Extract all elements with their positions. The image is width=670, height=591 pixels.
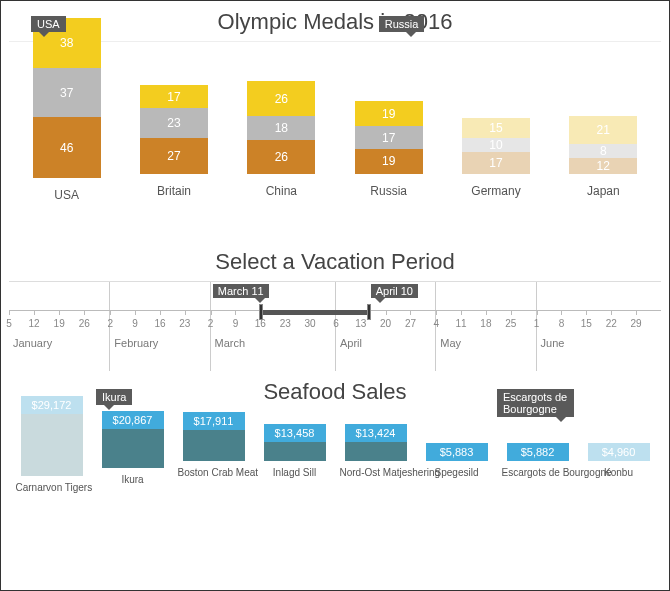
medal-segment-bronze: 17 bbox=[462, 152, 530, 174]
day-tick-label: 23 bbox=[280, 318, 291, 329]
seafood-category-label: Escargots de Bourgogne bbox=[502, 467, 574, 493]
medal-category-label: Japan bbox=[587, 184, 620, 202]
medals-title: Olympic Medals in 2016 bbox=[1, 9, 669, 35]
seafood-bar-body bbox=[21, 414, 83, 476]
day-tick-label: 2 bbox=[208, 318, 214, 329]
month-block: February291623 bbox=[109, 282, 209, 371]
day-tick-label: 18 bbox=[480, 318, 491, 329]
medal-column[interactable]: 191719RussiaRussia bbox=[335, 42, 442, 202]
seafood-bar-value: $13,458 bbox=[264, 424, 326, 442]
medal-segment-silver: 17 bbox=[355, 126, 423, 148]
month-label: May bbox=[440, 337, 461, 349]
day-tick-label: 20 bbox=[380, 318, 391, 329]
month-block: June18152229 bbox=[536, 282, 661, 371]
medal-column[interactable]: 261826China bbox=[228, 42, 335, 202]
medal-column[interactable]: 463738USAUSA bbox=[13, 42, 120, 202]
day-tick-label: 30 bbox=[305, 318, 316, 329]
medal-segment-gold: 17 bbox=[140, 85, 208, 107]
seafood-category-label: Inlagd Sill bbox=[259, 467, 331, 493]
medal-segment-silver: 18 bbox=[247, 116, 315, 140]
day-tick-label: 9 bbox=[132, 318, 138, 329]
medal-category-label: Germany bbox=[471, 184, 520, 202]
medal-tooltip: Russia bbox=[379, 16, 425, 32]
medal-segment-bronze: 12 bbox=[569, 158, 637, 174]
seafood-category-label: Carnarvon Tigers bbox=[16, 482, 88, 493]
month-label: February bbox=[114, 337, 158, 349]
day-tick-label: 22 bbox=[606, 318, 617, 329]
range-end-label: April 10 bbox=[371, 284, 418, 298]
medal-column[interactable]: 12821Japan bbox=[550, 42, 657, 202]
seafood-column[interactable]: $4,960Konbu bbox=[578, 411, 659, 493]
medal-column[interactable]: 171015Germany bbox=[442, 42, 549, 202]
seafood-bar-value: $17,911 bbox=[183, 412, 245, 430]
day-tick-label: 26 bbox=[79, 318, 90, 329]
medal-category-label: Britain bbox=[157, 184, 191, 202]
month-label: March bbox=[215, 337, 246, 349]
day-tick-label: 2 bbox=[108, 318, 114, 329]
day-tick-label: 8 bbox=[559, 318, 565, 329]
seafood-column[interactable]: $29,172Carnarvon Tigers bbox=[11, 411, 92, 493]
seafood-category-label: Spegesild bbox=[421, 467, 493, 493]
range-handle-end[interactable] bbox=[367, 304, 371, 320]
medal-segment-bronze: 46 bbox=[33, 117, 101, 178]
vacation-title: Select a Vacation Period bbox=[1, 249, 669, 275]
seafood-chart[interactable]: $29,172Carnarvon Tigers$20,867IkuraIkura… bbox=[9, 411, 661, 493]
month-label: June bbox=[541, 337, 565, 349]
month-label: April bbox=[340, 337, 362, 349]
medal-segment-silver: 37 bbox=[33, 68, 101, 117]
medal-segment-gold: 21 bbox=[569, 116, 637, 144]
day-tick-label: 12 bbox=[29, 318, 40, 329]
day-tick-label: 5 bbox=[6, 318, 12, 329]
medal-segment-gold: 15 bbox=[462, 118, 530, 138]
seafood-bar-value: $29,172 bbox=[21, 396, 83, 414]
seafood-bar-body bbox=[345, 442, 407, 461]
day-tick-label: 11 bbox=[456, 318, 467, 329]
day-tick-label: 9 bbox=[233, 318, 239, 329]
day-tick-label: 16 bbox=[154, 318, 165, 329]
seafood-column[interactable]: $5,883Spegesild bbox=[416, 411, 497, 493]
seafood-category-label: Boston Crab Meat bbox=[178, 467, 250, 493]
seafood-bar-value: $4,960 bbox=[588, 443, 650, 461]
medal-tooltip: USA bbox=[31, 16, 66, 32]
medal-segment-silver: 10 bbox=[462, 138, 530, 152]
seafood-category-label: Nord-Ost Matjeshering bbox=[340, 467, 412, 493]
seafood-category-label: Konbu bbox=[583, 467, 655, 493]
day-tick-label: 13 bbox=[355, 318, 366, 329]
seafood-bar-body bbox=[264, 442, 326, 461]
range-start-label: March 11 bbox=[213, 284, 269, 298]
day-tick-label: 6 bbox=[333, 318, 339, 329]
range-handle-start[interactable] bbox=[259, 304, 263, 320]
medal-category-label: USA bbox=[54, 188, 79, 202]
seafood-tooltip: Escargots de Bourgogne bbox=[497, 389, 574, 417]
seafood-column[interactable]: $13,458Inlagd Sill bbox=[254, 411, 335, 493]
seafood-bar-body bbox=[183, 430, 245, 461]
day-tick-label: 15 bbox=[581, 318, 592, 329]
medal-segment-gold: 19 bbox=[355, 101, 423, 126]
vacation-range-selector[interactable]: January5121926February291623March2916233… bbox=[9, 281, 661, 371]
day-tick-label: 1 bbox=[534, 318, 540, 329]
medals-chart[interactable]: 463738USAUSA272317Britain261826China1917… bbox=[9, 41, 661, 241]
month-block: May4111825 bbox=[435, 282, 535, 371]
medal-column[interactable]: 272317Britain bbox=[120, 42, 227, 202]
seafood-tooltip: Ikura bbox=[96, 389, 132, 405]
day-tick-label: 27 bbox=[405, 318, 416, 329]
seafood-column[interactable]: $17,911Boston Crab Meat bbox=[173, 411, 254, 493]
medal-segment-gold: 26 bbox=[247, 81, 315, 115]
medal-segment-bronze: 27 bbox=[140, 138, 208, 174]
seafood-bar-value: $13,424 bbox=[345, 424, 407, 442]
seafood-category-label: Ikura bbox=[97, 474, 169, 493]
seafood-column[interactable]: $5,882Escargots de BourgogneEscargots de… bbox=[497, 411, 578, 493]
seafood-bar-value: $20,867 bbox=[102, 411, 164, 429]
medal-segment-bronze: 19 bbox=[355, 149, 423, 174]
day-tick-label: 4 bbox=[433, 318, 439, 329]
seafood-column[interactable]: $13,424Nord-Ost Matjeshering bbox=[335, 411, 416, 493]
range-bar[interactable] bbox=[261, 310, 369, 315]
seafood-bar-value: $5,883 bbox=[426, 443, 488, 461]
medal-segment-bronze: 26 bbox=[247, 140, 315, 174]
month-label: January bbox=[13, 337, 52, 349]
day-tick-label: 23 bbox=[179, 318, 190, 329]
day-tick-label: 29 bbox=[631, 318, 642, 329]
medal-category-label: Russia bbox=[370, 184, 407, 202]
seafood-column[interactable]: $20,867IkuraIkura bbox=[92, 411, 173, 493]
medal-segment-silver: 8 bbox=[569, 144, 637, 158]
